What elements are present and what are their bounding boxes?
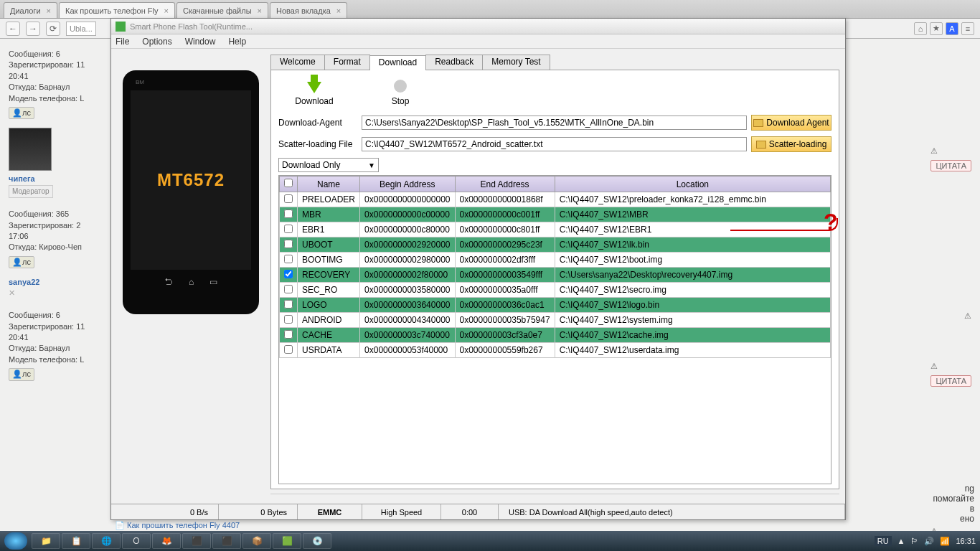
table-row[interactable]: MBR0x0000000000c000000x0000000000c001ffC…	[280, 207, 831, 222]
tray-icon[interactable]: 🏳	[910, 537, 918, 545]
cell-begin: 0x0000000053f40000	[360, 343, 455, 358]
address-bar[interactable]: Ubla...	[66, 22, 96, 36]
cell-location: C:\IQ4407_SW12\EBR1	[555, 222, 830, 237]
row-checkbox[interactable]	[284, 194, 293, 203]
ext-icon[interactable]: ★	[930, 22, 943, 35]
cell-end: 0x000000000001868f	[455, 192, 555, 207]
header-name[interactable]: Name	[298, 176, 360, 192]
table-row[interactable]: BOOTIMG0x00000000029800000x0000000002df3…	[280, 253, 831, 268]
home-icon[interactable]: ⌂	[914, 22, 927, 35]
quote-button[interactable]: ЦИТАТА	[930, 375, 971, 387]
taskbar-item[interactable]: 💿	[303, 533, 331, 549]
mode-combobox[interactable]: Download Only ▼	[278, 158, 379, 172]
close-icon[interactable]: ×	[47, 6, 51, 15]
menu-options[interactable]: Options	[142, 37, 171, 47]
username[interactable]: sanya22	[9, 277, 102, 288]
taskbar-item[interactable]: 📁	[32, 533, 60, 549]
quote-button[interactable]: ЦИТАТА	[930, 160, 971, 171]
pm-button[interactable]: 👤лс	[9, 256, 34, 268]
taskbar-item[interactable]: 🟩	[273, 533, 301, 549]
table-row[interactable]: EBR10x0000000000c800000x0000000000c801ff…	[280, 222, 831, 237]
header-end[interactable]: End Address	[455, 176, 555, 192]
partition-table[interactable]: Name Begin Address End Address Location …	[278, 175, 831, 484]
cell-end: 0x0000000000c801ff	[455, 222, 555, 237]
download-button[interactable]: Download	[293, 77, 336, 106]
table-row[interactable]: CACHE0x000000003c7400000x000000003cf3a0e…	[280, 328, 831, 343]
cell-begin: 0x0000000002920000	[360, 237, 455, 253]
cell-end: 0x000000003cf3a0e7	[455, 328, 555, 343]
back-button[interactable]: ←	[6, 22, 20, 36]
forward-button[interactable]: →	[26, 22, 40, 36]
start-button[interactable]	[4, 532, 27, 550]
sp-flash-tool-window: Smart Phone Flash Tool(Runtime... File O…	[110, 18, 846, 520]
browser-tab[interactable]: Новая вкладка×	[270, 2, 347, 18]
table-row[interactable]: ANDROID0x00000000043400000x00000000035b7…	[280, 313, 831, 328]
menu-window[interactable]: Window	[185, 37, 216, 47]
close-icon[interactable]: ×	[164, 6, 169, 15]
row-checkbox[interactable]	[284, 209, 293, 218]
username[interactable]: чипега	[9, 174, 102, 184]
row-checkbox[interactable]	[284, 285, 293, 293]
tray-icon[interactable]: 🔊	[924, 537, 934, 546]
cell-location: C:\IQ4407_SW12\preloader_konka72_i128_em…	[555, 192, 830, 207]
tab-readback[interactable]: Readback	[425, 55, 483, 70]
cell-end: 0x0000000002df3fff	[455, 253, 555, 268]
status-bar: 0 B/s 0 Bytes EMMC High Speed 0:00 USB: …	[111, 504, 845, 519]
tray-icon[interactable]: 📶	[940, 537, 950, 546]
tab-welcome[interactable]: Welcome	[270, 55, 325, 70]
forum-link[interactable]: 📄 Как прошить телефон Fly 4407	[115, 521, 240, 530]
menu-file[interactable]: File	[116, 37, 129, 47]
ext-icon[interactable]: A	[946, 22, 958, 35]
row-checkbox[interactable]	[284, 315, 293, 324]
browser-tab[interactable]: Как прошить телефон Fly×	[59, 2, 175, 18]
browser-tab[interactable]: Диалоги×	[4, 2, 57, 18]
window-titlebar[interactable]: Smart Phone Flash Tool(Runtime...	[111, 19, 845, 34]
stop-button[interactable]: Stop	[379, 77, 422, 106]
cell-location: C:\IQ4407_SW12\cache.img	[555, 328, 830, 343]
taskbar-item[interactable]: ⬛	[212, 533, 241, 549]
table-row[interactable]: LOGO0x00000000036400000x00000000036c0ac1…	[280, 298, 831, 313]
row-checkbox[interactable]	[284, 225, 293, 233]
menu-icon[interactable]: ≡	[961, 22, 974, 35]
tab-download[interactable]: Download	[369, 55, 426, 70]
close-icon[interactable]: ×	[258, 6, 262, 15]
tab-format[interactable]: Format	[324, 55, 370, 70]
scatter-path-input[interactable]	[362, 137, 747, 151]
row-checkbox[interactable]	[284, 345, 293, 354]
header-location[interactable]: Location	[555, 176, 830, 192]
table-row[interactable]: USRDATA0x0000000053f400000x00000000559fb…	[280, 343, 831, 358]
pm-button[interactable]: 👤лс	[9, 368, 34, 380]
taskbar-item[interactable]: 📋	[62, 533, 90, 549]
browser-tab[interactable]: Скачанные файлы×	[176, 2, 268, 18]
close-icon[interactable]: ×	[336, 6, 341, 15]
download-agent-button[interactable]: Download Agent	[751, 115, 831, 131]
cell-name: CACHE	[298, 328, 360, 343]
table-row[interactable]: SEC_RO0x00000000035800000x00000000035a0f…	[280, 283, 831, 298]
row-checkbox[interactable]	[284, 240, 293, 248]
language-indicator[interactable]: RU	[875, 536, 892, 546]
scatter-loading-button[interactable]: Scatter-loading	[751, 136, 831, 152]
table-row[interactable]: RECOVERY0x0000000002f800000x000000000035…	[280, 268, 831, 283]
table-row[interactable]: PRELOADER0x00000000000000000x00000000000…	[280, 192, 831, 207]
taskbar-item[interactable]: ⬛	[182, 533, 211, 549]
header-begin[interactable]: Begin Address	[360, 176, 455, 192]
cell-name: PRELOADER	[298, 192, 360, 207]
taskbar-item[interactable]: 🦊	[152, 533, 181, 549]
row-checkbox[interactable]	[284, 330, 293, 339]
taskbar-item[interactable]: 📦	[242, 533, 271, 549]
pm-button[interactable]: 👤лс	[9, 107, 34, 119]
tray-icon[interactable]: ▲	[897, 537, 905, 545]
cell-begin: 0x0000000000000000	[360, 192, 455, 207]
row-checkbox[interactable]	[284, 300, 293, 309]
menu-help[interactable]: Help	[228, 37, 246, 47]
tab-memory-test[interactable]: Memory Test	[482, 55, 550, 70]
da-path-input[interactable]	[362, 116, 747, 130]
header-check[interactable]	[280, 176, 298, 192]
row-checkbox[interactable]	[284, 255, 293, 263]
table-row[interactable]: UBOOT0x00000000029200000x000000000295c23…	[280, 237, 831, 253]
reload-button[interactable]: ⟳	[46, 22, 60, 36]
taskbar-item[interactable]: 🌐	[92, 533, 121, 549]
clock[interactable]: 16:31	[956, 537, 976, 545]
taskbar-item[interactable]: O	[122, 533, 151, 549]
row-checkbox[interactable]	[284, 270, 293, 278]
